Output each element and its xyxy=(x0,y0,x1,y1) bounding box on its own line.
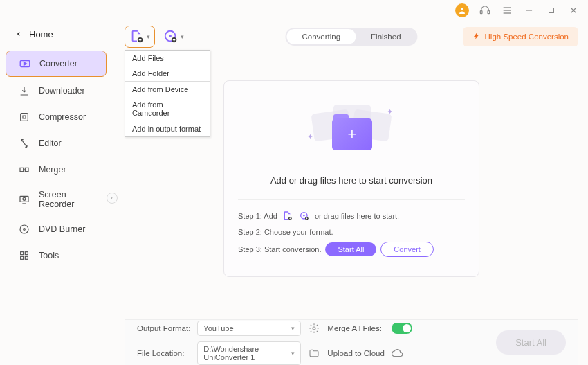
dd-add-output[interactable]: Add in output format xyxy=(125,121,210,136)
svg-point-19 xyxy=(20,225,28,233)
sidebar-item-downloader[interactable]: Downloader xyxy=(6,78,107,103)
add-file-icon xyxy=(129,29,145,44)
compressor-icon xyxy=(18,111,30,123)
drop-text: Add or drag files here to start conversi… xyxy=(270,175,432,186)
file-location-select[interactable]: D:\Wondershare UniConverter 1▾ xyxy=(197,341,301,365)
minimize-button[interactable] xyxy=(523,4,535,17)
step-2: Step 2: Choose your format. xyxy=(238,228,465,236)
editor-icon xyxy=(18,137,30,150)
menu-icon[interactable] xyxy=(501,4,513,17)
dd-add-device[interactable]: Add from Device xyxy=(125,81,210,97)
back-chevron-icon xyxy=(15,29,22,39)
sidebar-item-editor[interactable]: Editor xyxy=(6,131,107,156)
merge-label: Merge All Files: xyxy=(327,324,384,332)
sidebar-item-label: Compressor xyxy=(39,112,86,122)
add-dvd-icon xyxy=(163,29,178,44)
start-all-main-button[interactable]: Start All xyxy=(496,330,566,355)
add-file-icon[interactable] xyxy=(282,210,294,222)
tab-finished[interactable]: Finished xyxy=(356,29,416,44)
plus-icon: + xyxy=(348,125,357,143)
footer-bar: Output Format: YouTube▾ Merge All Files:… xyxy=(125,319,578,365)
svg-point-20 xyxy=(24,229,26,231)
svg-rect-13 xyxy=(20,168,24,171)
convert-button[interactable]: Convert xyxy=(380,242,434,257)
tools-icon xyxy=(18,249,30,262)
sidebar: Home Converter Downloader Compressor Edi… xyxy=(0,21,112,365)
settings-gear-icon[interactable] xyxy=(308,322,320,335)
add-dvd-button[interactable]: ▾ xyxy=(163,29,184,44)
open-folder-icon[interactable] xyxy=(308,347,320,359)
lightning-icon xyxy=(472,32,481,42)
file-location-label: File Location: xyxy=(137,349,190,357)
start-all-button[interactable]: Start All xyxy=(325,242,376,256)
headset-icon[interactable] xyxy=(479,4,491,17)
dd-add-files[interactable]: Add Files xyxy=(125,51,210,66)
upload-cloud-label: Upload to Cloud xyxy=(327,349,384,357)
maximize-button[interactable] xyxy=(545,4,558,17)
sidebar-item-label: Merger xyxy=(39,165,66,175)
sidebar-item-label: DVD Burner xyxy=(39,224,85,234)
step-1: Step 1: Add or drag files here to start. xyxy=(238,210,465,222)
merge-toggle[interactable] xyxy=(392,323,412,334)
converter-icon xyxy=(19,57,31,70)
svg-rect-24 xyxy=(25,256,28,259)
sidebar-item-label: Editor xyxy=(39,139,62,148)
add-file-dropdown: Add Files Add Folder Add from Device Add… xyxy=(125,50,210,137)
sidebar-item-tools[interactable]: Tools xyxy=(6,243,107,268)
sidebar-item-label: Converter xyxy=(39,59,77,69)
svg-point-0 xyxy=(461,8,463,10)
svg-rect-2 xyxy=(488,11,490,14)
add-dvd-icon[interactable] xyxy=(298,210,311,222)
dd-add-folder[interactable]: Add Folder xyxy=(125,66,210,81)
main-panel: ▾ ▾ Add Files Add Folder Add from Device… xyxy=(112,21,588,365)
output-format-label: Output Format: xyxy=(137,324,190,332)
close-button[interactable] xyxy=(567,4,580,17)
svg-point-33 xyxy=(313,327,315,330)
sidebar-item-dvd-burner[interactable]: DVD Burner xyxy=(6,217,107,242)
sidebar-item-compressor[interactable]: Compressor xyxy=(6,105,107,130)
drop-zone[interactable]: + ✦✦ Add or drag files here to start con… xyxy=(223,80,479,277)
svg-rect-23 xyxy=(21,256,24,259)
sidebar-item-label: Tools xyxy=(39,251,59,260)
home-nav[interactable]: Home xyxy=(0,25,112,49)
merger-icon xyxy=(18,163,30,176)
cloud-icon[interactable] xyxy=(392,347,404,359)
chevron-down-icon: ▾ xyxy=(181,33,184,40)
folder-illustration: + ✦✦ xyxy=(310,106,393,161)
high-speed-badge[interactable]: High Speed Conversion xyxy=(463,27,578,46)
svg-rect-1 xyxy=(480,11,482,14)
sidebar-item-converter[interactable]: Converter xyxy=(6,51,107,77)
status-tabs: Converting Finished xyxy=(285,28,417,46)
downloader-icon xyxy=(18,84,30,97)
user-avatar-icon[interactable] xyxy=(455,3,469,17)
svg-rect-14 xyxy=(25,168,28,171)
tab-converting[interactable]: Converting xyxy=(286,29,356,44)
dvd-burner-icon xyxy=(18,223,30,235)
toolbar: ▾ ▾ Add Files Add Folder Add from Device… xyxy=(125,21,578,53)
screen-recorder-icon xyxy=(18,193,30,206)
sidebar-item-merger[interactable]: Merger xyxy=(6,157,107,182)
sidebar-collapse-button[interactable]: ‹ xyxy=(107,193,118,204)
svg-rect-22 xyxy=(25,252,28,255)
svg-rect-16 xyxy=(20,196,28,202)
output-format-select[interactable]: YouTube▾ xyxy=(197,321,301,336)
svg-rect-7 xyxy=(549,8,554,13)
titlebar xyxy=(0,0,588,21)
sidebar-item-label: Downloader xyxy=(39,86,85,96)
hs-badge-text: High Speed Conversion xyxy=(485,33,569,41)
svg-point-27 xyxy=(169,35,172,37)
step-3: Step 3: Start conversion. Start All Conv… xyxy=(238,242,465,257)
svg-rect-12 xyxy=(21,114,28,121)
sidebar-item-label: Screen Recorder xyxy=(39,190,97,209)
svg-point-17 xyxy=(23,197,26,200)
add-file-button[interactable]: ▾ xyxy=(125,26,155,48)
svg-marker-11 xyxy=(24,62,27,66)
home-label: Home xyxy=(29,29,53,39)
chevron-down-icon: ▾ xyxy=(147,33,150,40)
svg-point-31 xyxy=(303,215,304,216)
sidebar-item-screen-recorder[interactable]: Screen Recorder xyxy=(6,184,107,215)
svg-rect-21 xyxy=(21,252,24,255)
dd-add-camcorder[interactable]: Add from Camcorder xyxy=(125,97,210,121)
